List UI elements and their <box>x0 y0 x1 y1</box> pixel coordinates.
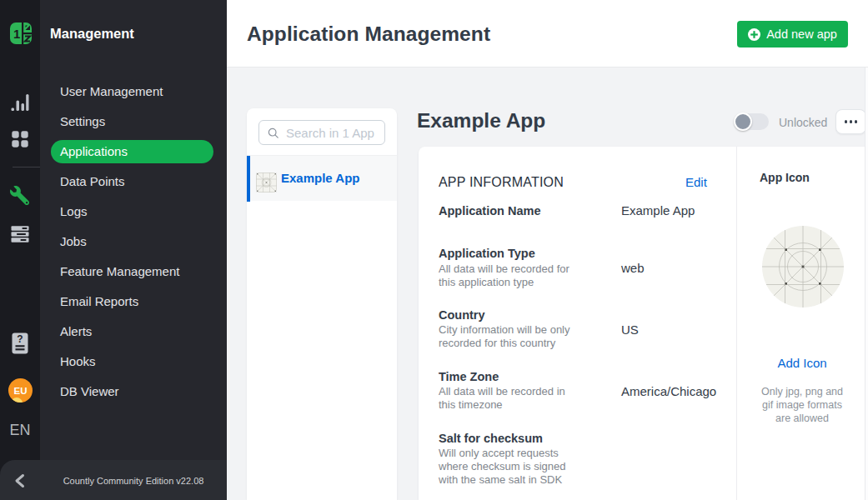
svg-text:1: 1 <box>13 27 20 41</box>
svg-text:EU: EU <box>14 386 28 396</box>
svg-text:?: ? <box>17 333 23 345</box>
